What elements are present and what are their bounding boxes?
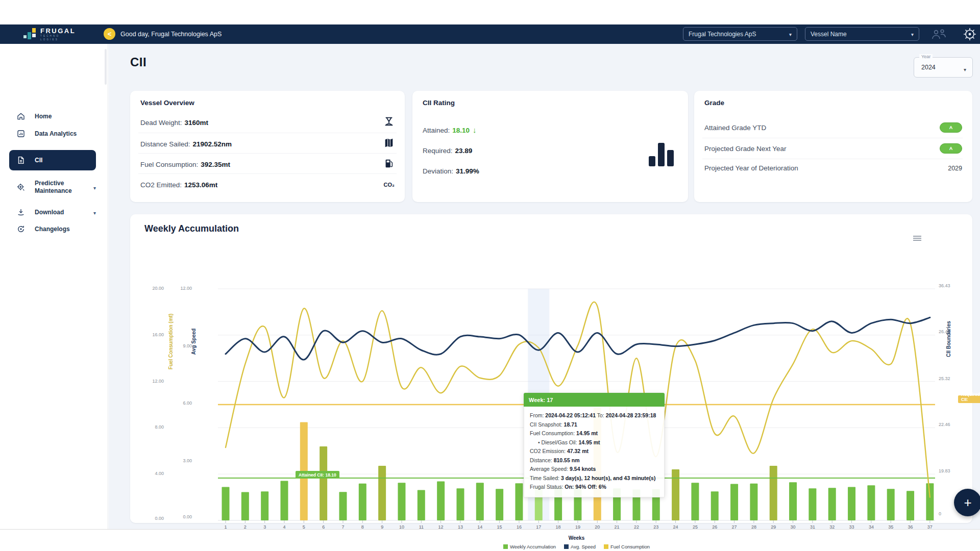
legend-item[interactable]: Avg. Speed	[564, 544, 596, 549]
deviation-row: Deviation:31.99%	[423, 167, 479, 175]
bar-week-16[interactable]	[515, 483, 523, 520]
bar-week-10[interactable]	[398, 483, 405, 520]
chat-badge-icon[interactable]: <	[104, 28, 115, 40]
bar-week-4[interactable]	[280, 481, 288, 520]
bar-week-24[interactable]	[672, 469, 679, 520]
bar-week-31[interactable]	[808, 488, 816, 520]
chart-menu-icon[interactable]	[913, 235, 921, 242]
week-tooltip: Week: 17 From: 2024-04-22 05:12:41 To: 2…	[524, 393, 665, 497]
chart-legend: Weekly AccumulationAvg. SpeedFuel Consum…	[218, 544, 935, 549]
year-select[interactable]: Year 2024	[914, 57, 973, 78]
top-navigation-bar: FRUGAL TECHNO LOGIES < Good day, Frugal …	[0, 24, 980, 44]
avg-speed-axis-title: Avg Speed	[191, 327, 197, 357]
vessel-select-value: Vessel Name	[811, 31, 847, 38]
bar-week-30[interactable]	[789, 482, 797, 520]
chevron-down-icon	[789, 31, 792, 38]
bar-week-3[interactable]	[261, 491, 268, 520]
grade-badge: A	[940, 122, 962, 133]
sidebar-scrollbar[interactable]	[105, 49, 107, 85]
tooltip-row: Distance: 810.55 nm	[530, 456, 658, 465]
attained-cii-label: Attained CII: 18.10	[296, 471, 339, 479]
cii-rating-card: CII Rating Attained:18.10↓ Required:23.8…	[412, 91, 688, 202]
fuel-axis-title: Fuel Consumption (mt)	[168, 311, 174, 372]
brand-name: FRUGAL	[40, 28, 76, 34]
bar-week-1[interactable]	[222, 487, 230, 520]
bar-week-13[interactable]	[456, 488, 464, 520]
organization-select[interactable]: Frugal Technologies ApS	[683, 27, 797, 41]
greeting: < Good day, Frugal Technologies ApS	[104, 28, 222, 40]
cii-boundaries-axis-title: CII Boundaries	[946, 314, 951, 365]
grade-card: Grade Attained Grade YTD A Projected Gra…	[694, 91, 972, 202]
download-icon	[16, 208, 26, 217]
legend-swatch	[503, 544, 508, 549]
legend-item[interactable]: Weekly Accumulation	[503, 544, 556, 549]
weekly-accumulation-card: Weekly Accumulation 12345678910111213141…	[130, 214, 972, 523]
bar-week-12[interactable]	[437, 482, 445, 520]
main-content: CII Year 2024 Vessel Overview Dead Weigh…	[109, 44, 980, 529]
bar-week-11[interactable]	[418, 490, 425, 520]
legend-label: Weekly Accumulation	[510, 544, 556, 549]
bar-week-32[interactable]	[828, 488, 836, 520]
bar-week-9[interactable]	[378, 466, 386, 520]
sidebar-item-home[interactable]: Home	[9, 107, 96, 126]
cii-axis-tick: 25.32	[939, 376, 962, 381]
bar-week-34[interactable]	[867, 485, 875, 520]
chart-title: Weekly Accumulation	[144, 223, 239, 234]
legend-swatch	[564, 544, 569, 549]
bar-week-6[interactable]	[320, 446, 327, 520]
legend-label: Avg. Speed	[571, 544, 596, 549]
chevron-down-icon	[964, 64, 966, 73]
card-title: Vessel Overview	[140, 99, 194, 107]
bar-week-28[interactable]	[750, 484, 757, 520]
bar-week-35[interactable]	[887, 489, 895, 520]
deterioration-year-row: Projected Year of Deterioration 2029	[704, 164, 962, 172]
fuel-axis-tick: 12.00	[143, 379, 164, 384]
bar-week-37[interactable]	[926, 483, 934, 520]
bar-week-25[interactable]	[691, 483, 699, 520]
bar-week-15[interactable]	[496, 489, 503, 520]
tooltip-body: From: 2024-04-22 05:12:41 To: 2024-04-28…	[524, 407, 665, 497]
x-axis-title: Weeks	[218, 535, 935, 541]
ship-helm-icon[interactable]	[963, 27, 977, 41]
bar-week-36[interactable]	[906, 491, 914, 520]
required-cii-label: Required CII: 23.89	[958, 395, 980, 403]
add-floating-button[interactable]: +	[954, 489, 980, 516]
sidebar-item-changelogs[interactable]: Changelogs	[9, 219, 96, 239]
bar-week-29[interactable]	[770, 466, 777, 520]
chevron-down-icon	[911, 31, 914, 38]
sidebar-item-predictive-maintenance[interactable]: Predictive Maintenance	[9, 176, 96, 199]
bar-week-8[interactable]	[359, 484, 366, 520]
avg-speed-axis-tick: 0.00	[172, 514, 192, 519]
tooltip-row: From: 2024-04-22 05:12:41 To: 2024-04-28…	[530, 411, 658, 420]
sidebar-item-cii[interactable]: CII	[9, 150, 96, 170]
divider	[702, 159, 963, 159]
users-group-icon[interactable]	[930, 28, 949, 40]
page-divider	[0, 529, 980, 530]
legend-label: Fuel Consumption	[610, 544, 650, 549]
bar-week-7[interactable]	[339, 492, 347, 520]
legend-item[interactable]: Fuel Consumption	[604, 544, 650, 549]
cii-axis-tick: 22.46	[939, 422, 962, 427]
avg-speed-line	[226, 317, 930, 360]
tooltip-row: CII Snapshot: 18.71	[530, 420, 658, 430]
fuel-axis-tick: 16.00	[143, 332, 164, 337]
brand-logo[interactable]: FRUGAL TECHNO LOGIES	[23, 26, 76, 42]
tooltip-row: Time Sailed: 3 day(s), 12 hour(s), and 4…	[530, 474, 658, 483]
divider	[138, 133, 397, 133]
bar-week-33[interactable]	[848, 487, 855, 520]
analytics-icon	[16, 129, 26, 138]
weight-scale-icon	[383, 116, 395, 129]
bar-week-14[interactable]	[476, 483, 484, 520]
brand-subtitle: LOGIES	[40, 39, 76, 41]
year-select-value: 2024	[921, 64, 936, 71]
cii-axis-tick: 19.83	[939, 468, 962, 473]
bar-week-26[interactable]	[711, 491, 719, 520]
cii-axis-tick: 36.43	[939, 283, 962, 288]
avg-speed-axis-tick: 3.00	[172, 458, 192, 463]
bar-week-27[interactable]	[730, 484, 738, 520]
vessel-select[interactable]: Vessel Name	[805, 27, 919, 41]
year-select-label: Year	[919, 54, 933, 59]
map-icon	[383, 137, 395, 151]
bar-week-2[interactable]	[241, 492, 249, 520]
sidebar-item-data-analytics[interactable]: Data Analytics	[9, 124, 96, 143]
